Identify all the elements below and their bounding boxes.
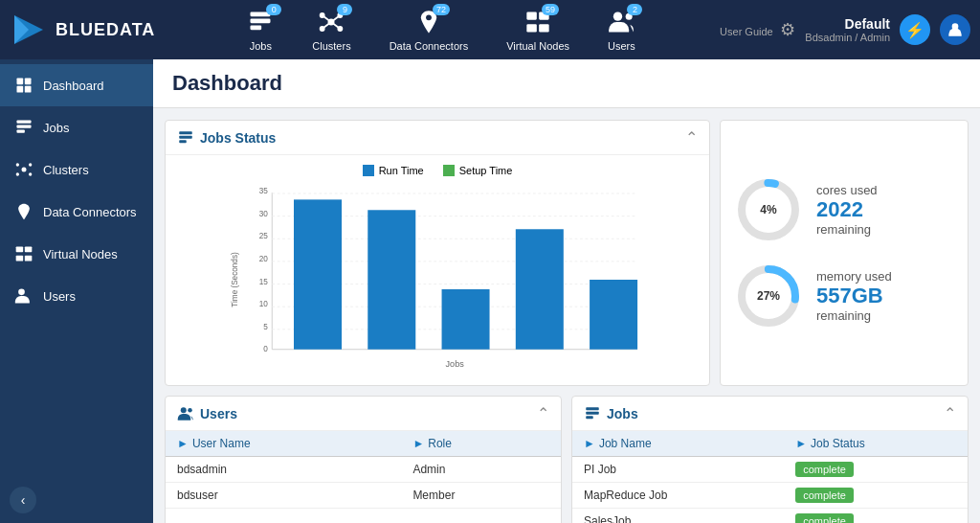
col-job-name[interactable]: ►Job Name [572, 431, 784, 457]
memory-remaining-label: remaining [816, 308, 953, 323]
svg-rect-34 [16, 247, 24, 253]
jobs-table: ►Job Name ►Job Status PI Job complete Ma… [572, 431, 968, 523]
chart-legend: Run Time Setup Time [363, 165, 513, 176]
cores-remaining-label: remaining [816, 222, 953, 237]
svg-point-29 [22, 168, 27, 172]
users-panel-collapse[interactable]: ⌃ [537, 404, 549, 422]
table-row: bdsadmin Admin [166, 457, 561, 483]
nav-icon-clusters-wrap: 9 [318, 9, 345, 37]
svg-text:Time (Seconds): Time (Seconds) [231, 252, 239, 307]
svg-rect-3 [251, 18, 271, 23]
nav-item-users[interactable]: 2 Users [598, 5, 645, 56]
svg-text:30: 30 [259, 210, 269, 218]
bar-chart: 0 5 10 15 20 25 30 35 Time (Seconds) [175, 184, 700, 375]
col-job-status[interactable]: ►Job Status [784, 431, 968, 457]
sidebar-jobs-icon [14, 118, 33, 137]
users-table: ►User Name ►Role bdsadmin Admin bdsuser [166, 431, 561, 509]
svg-point-71 [188, 408, 192, 413]
jobs-panel: Jobs ⌃ ►Job Name ►Job Status [571, 396, 969, 523]
svg-rect-40 [179, 135, 192, 138]
nav-item-jobs[interactable]: 0 Jobs [237, 5, 283, 56]
svg-rect-61 [368, 210, 415, 349]
logo: BLUEDATA [10, 11, 163, 49]
svg-rect-26 [17, 121, 32, 124]
users-panel-title: Users [177, 405, 237, 422]
col-role[interactable]: ►Role [401, 431, 561, 457]
nav-icon-virtual-nodes-wrap: 59 [524, 9, 551, 37]
clusters-badge: 9 [337, 4, 352, 15]
status-badge: complete [795, 513, 854, 523]
sidebar-item-clusters[interactable]: Clusters [0, 148, 153, 191]
jobs-panel-label: Jobs [607, 406, 638, 421]
virtual-nodes-nav-label: Virtual Nodes [506, 40, 569, 52]
sidebar-item-data-connectors[interactable]: Data Connectors [0, 191, 153, 233]
svg-point-30 [16, 163, 19, 166]
table-row: MapReduce Job complete [572, 483, 968, 509]
sidebar-virtual-nodes-label: Virtual Nodes [43, 247, 118, 262]
svg-point-33 [29, 172, 32, 175]
job-name-cell: PI Job [572, 457, 784, 483]
bottom-row: Users ⌃ ►User Name ►Role [165, 396, 969, 523]
svg-line-13 [331, 22, 340, 29]
sidebar-item-virtual-nodes[interactable]: Virtual Nodes [0, 233, 153, 275]
svg-line-11 [331, 15, 340, 22]
legend-setuptime: Setup Time [443, 165, 513, 176]
svg-text:15: 15 [259, 278, 269, 286]
svg-rect-41 [179, 140, 187, 143]
jobs-table-header: ►Job Name ►Job Status [572, 431, 968, 457]
nav-icon-users-wrap: 2 [608, 9, 635, 37]
sidebar-item-users[interactable]: Users [0, 275, 153, 317]
jobs-status-title: Jobs Status [177, 129, 276, 147]
jobs-badge: 0 [266, 4, 281, 15]
cores-donut: 4% [735, 176, 802, 243]
sidebar-item-jobs[interactable]: Jobs [0, 106, 153, 148]
svg-text:20: 20 [259, 255, 269, 263]
svg-text:25: 25 [259, 232, 269, 240]
sidebar-users-label: Users [43, 289, 76, 304]
table-row: PI Job complete [572, 457, 968, 483]
jobs-panel-header: Jobs ⌃ [572, 397, 968, 431]
user-avatar-button[interactable] [940, 14, 970, 45]
data-connectors-badge: 72 [433, 4, 450, 15]
users-table-header: ►User Name ►Role [166, 431, 561, 457]
svg-text:35: 35 [259, 187, 269, 195]
svg-point-38 [18, 289, 25, 296]
notification-button[interactable]: ⚡ [900, 14, 930, 45]
jobs-panel-collapse[interactable]: ⌃ [944, 404, 956, 422]
sidebar-clusters-icon [14, 160, 33, 179]
sidebar-users-icon [14, 286, 33, 306]
logo-icon [10, 11, 48, 49]
sidebar-clusters-label: Clusters [43, 163, 89, 177]
sidebar-virtual-nodes-icon [14, 244, 33, 263]
memory-text: memory used 557GB remaining [816, 269, 953, 323]
svg-rect-60 [294, 199, 342, 349]
sidebar-data-connectors-icon [14, 202, 33, 221]
table-row: SalesJob complete [572, 509, 968, 524]
nav-item-clusters[interactable]: 9 Clusters [302, 5, 360, 56]
svg-rect-37 [25, 256, 33, 262]
user-guide-link[interactable]: User Guide ⚙ [720, 19, 795, 40]
nav-item-virtual-nodes[interactable]: 59 Virtual Nodes [497, 5, 579, 56]
svg-rect-74 [586, 416, 593, 419]
user-avatar-icon [946, 20, 965, 39]
nav-icons: 0 Jobs 9 Clusters 72 Data Connectors 59 [163, 5, 720, 56]
sidebar-item-dashboard[interactable]: Dashboard [0, 64, 153, 106]
clusters-nav-label: Clusters [312, 40, 350, 52]
role-cell: Member [401, 483, 561, 509]
nav-icon-jobs-wrap: 0 [247, 9, 274, 37]
chart-area: Run Time Setup Time [166, 155, 709, 385]
svg-point-14 [426, 14, 432, 20]
svg-rect-35 [25, 247, 33, 253]
legend-runtime-box [363, 165, 374, 176]
sidebar-collapse-button[interactable]: ‹ [10, 487, 36, 513]
svg-rect-24 [17, 86, 24, 93]
jobs-status-panel: Jobs Status ⌃ Run Time Setup [165, 120, 710, 386]
dashboard-icon [14, 76, 33, 95]
nav-item-data-connectors[interactable]: 72 Data Connectors [380, 5, 479, 56]
sidebar-collapse-area: ‹ [0, 477, 153, 523]
legend-setuptime-label: Setup Time [459, 165, 513, 176]
svg-line-10 [323, 15, 331, 22]
col-user-name[interactable]: ►User Name [166, 431, 401, 457]
page-title: Dashboard [172, 71, 961, 96]
jobs-status-collapse[interactable]: ⌃ [685, 128, 698, 147]
